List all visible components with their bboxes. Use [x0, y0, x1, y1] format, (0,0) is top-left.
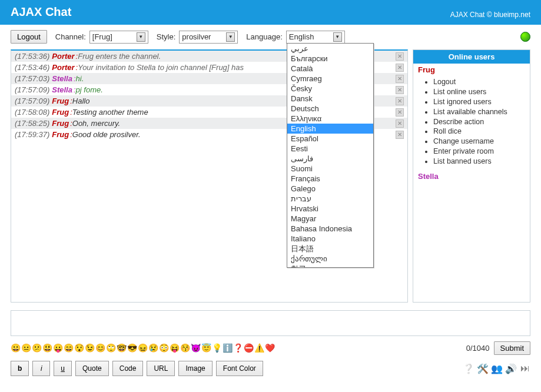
language-option[interactable]: Bahasa Indonesia: [287, 224, 373, 234]
message-user[interactable]: Frug: [52, 97, 69, 105]
message-user[interactable]: Porter: [52, 63, 74, 72]
language-option[interactable]: 日本語: [287, 244, 373, 254]
sound-icon[interactable]: 🔊: [506, 363, 516, 374]
language-option[interactable]: Suomi: [287, 164, 373, 174]
emoji-neutral-icon[interactable]: 😐: [21, 343, 31, 353]
bold-button[interactable]: b: [11, 361, 29, 376]
language-option[interactable]: Česky: [287, 84, 373, 94]
code-button[interactable]: Code: [112, 361, 144, 376]
user-menu-item[interactable]: Enter private room: [433, 147, 530, 157]
language-dropdown[interactable]: عربيБългарскиCatalàCymraegČeskyDanskDeut…: [287, 43, 374, 268]
emoji-noentry-icon[interactable]: ⛔: [244, 343, 254, 353]
user-menu-item[interactable]: List banned users: [433, 157, 530, 167]
emoji-tongue2-icon[interactable]: 😝: [170, 343, 180, 353]
settings-icon[interactable]: 🛠️: [477, 363, 488, 374]
emoji-angel-icon[interactable]: 😇: [201, 343, 211, 353]
user-menu-item[interactable]: List online users: [433, 87, 530, 97]
language-option[interactable]: فارسی: [287, 154, 373, 164]
language-option[interactable]: English: [287, 124, 373, 134]
submit-button[interactable]: Submit: [494, 341, 530, 355]
language-option[interactable]: Cymraeg: [287, 74, 373, 84]
language-option[interactable]: عربي: [287, 44, 373, 54]
quote-button[interactable]: Quote: [75, 361, 109, 376]
channel-select[interactable]: [Frug]▼: [89, 31, 148, 44]
delete-message-icon[interactable]: ✕: [396, 131, 404, 139]
emoji-bulb-icon[interactable]: 💡: [212, 343, 222, 353]
delete-message-icon[interactable]: ✕: [396, 119, 404, 128]
language-option[interactable]: Dansk: [287, 94, 373, 104]
users-icon[interactable]: 👥: [492, 363, 502, 374]
message-user[interactable]: Frug: [52, 119, 69, 128]
emoji-cool-icon[interactable]: 😎: [127, 343, 137, 353]
header: AJAX Chat AJAX Chat © blueimp.net: [0, 0, 541, 25]
delete-message-icon[interactable]: ✕: [396, 52, 404, 61]
credit-link[interactable]: AJAX Chat © blueimp.net: [450, 11, 530, 19]
toolbar: Logout Channel: [Frug]▼ Style: prosilver…: [0, 25, 541, 49]
message-user[interactable]: Frug: [52, 108, 69, 117]
message-input[interactable]: [11, 311, 530, 335]
language-option[interactable]: Español: [287, 134, 373, 144]
user-menu-item[interactable]: Change username: [433, 137, 530, 147]
delete-message-icon[interactable]: ✕: [396, 75, 404, 83]
emoji-happy-icon[interactable]: 😊: [95, 343, 105, 353]
user-menu-item[interactable]: List ignored users: [433, 97, 530, 107]
status-indicator-icon[interactable]: [520, 32, 530, 42]
emoji-heart-icon[interactable]: ❤️: [265, 343, 275, 353]
language-option[interactable]: Français: [287, 174, 373, 184]
emoji-sad-icon[interactable]: 😕: [32, 343, 42, 353]
user-menu-item[interactable]: Describe action: [433, 117, 530, 127]
emoji-wink-icon[interactable]: 😉: [85, 343, 95, 353]
language-option[interactable]: ქართული: [287, 254, 373, 264]
user-menu-item[interactable]: Roll dice: [433, 127, 530, 137]
message-user[interactable]: Porter: [52, 52, 74, 61]
emoji-warning-icon[interactable]: ⚠️: [254, 343, 264, 353]
language-option[interactable]: Italiano: [287, 234, 373, 244]
emoji-info-icon[interactable]: ℹ️: [223, 343, 233, 353]
message-user[interactable]: Frug: [52, 130, 69, 139]
emoji-grin-icon[interactable]: 😃: [42, 343, 52, 353]
language-option[interactable]: 한글: [287, 264, 373, 267]
emoji-cry-icon[interactable]: 😢: [148, 343, 158, 353]
emoji-surprised-icon[interactable]: 😯: [74, 343, 84, 353]
user-menu-item[interactable]: Logout: [433, 77, 530, 87]
emoji-laugh-icon[interactable]: 😄: [64, 343, 74, 353]
message-user[interactable]: Stella: [52, 74, 72, 83]
delete-message-icon[interactable]: ✕: [396, 108, 404, 117]
language-option[interactable]: Deutsch: [287, 104, 373, 114]
style-select[interactable]: prosilver▼: [179, 31, 238, 44]
emoji-nerd-icon[interactable]: 🤓: [117, 343, 127, 353]
delete-message-icon[interactable]: ✕: [396, 86, 404, 94]
online-user[interactable]: Stella: [413, 170, 530, 182]
emoji-question-icon[interactable]: ❓: [233, 343, 243, 353]
image-button[interactable]: Image: [178, 361, 212, 376]
autoscroll-icon[interactable]: ⏭: [520, 363, 530, 374]
emoji-smile-icon[interactable]: 😀: [11, 343, 21, 353]
fontcolor-button[interactable]: Font Color: [216, 361, 263, 376]
language-option[interactable]: Ελληνικα: [287, 114, 373, 124]
language-option[interactable]: Galego: [287, 184, 373, 194]
user-menu-item[interactable]: List available channels: [433, 107, 530, 117]
delete-message-icon[interactable]: ✕: [396, 97, 404, 105]
emoji-kiss-icon[interactable]: 😚: [180, 343, 190, 353]
emoji-eyes-icon[interactable]: 🙄: [106, 343, 116, 353]
language-option[interactable]: Hrvatski: [287, 204, 373, 214]
italic-button[interactable]: i: [32, 361, 50, 376]
underline-button[interactable]: u: [54, 361, 72, 376]
language-option[interactable]: Magyar: [287, 214, 373, 224]
emoji-confused-icon[interactable]: 😖: [138, 343, 148, 353]
help-icon[interactable]: ❔: [463, 363, 474, 374]
message-user[interactable]: Stella: [52, 85, 72, 94]
language-option[interactable]: עברית: [287, 194, 373, 204]
emoji-tongue-icon[interactable]: 😛: [53, 343, 63, 353]
url-button[interactable]: URL: [147, 361, 175, 376]
language-option[interactable]: Eesti: [287, 144, 373, 154]
language-select[interactable]: English▼: [286, 31, 345, 44]
emoji-blush-icon[interactable]: 😳: [159, 343, 169, 353]
language-option[interactable]: Català: [287, 64, 373, 74]
emoji-devil-icon[interactable]: 😈: [191, 343, 201, 353]
delete-message-icon[interactable]: ✕: [396, 64, 404, 72]
online-user[interactable]: Frug: [413, 64, 530, 76]
message-time: (17:58:08): [15, 108, 49, 117]
logout-button[interactable]: Logout: [11, 30, 47, 44]
language-option[interactable]: Български: [287, 54, 373, 64]
